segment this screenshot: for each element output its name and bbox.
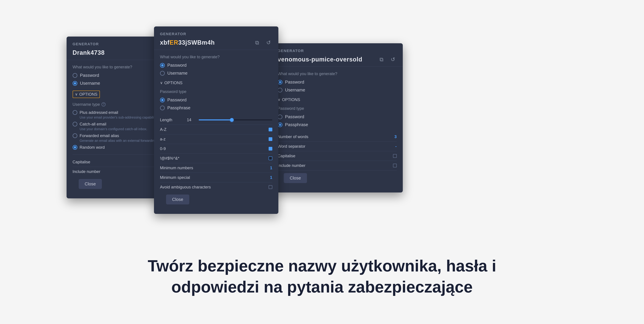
- card3-password-type-text: Password type: [278, 106, 304, 111]
- card2-min-special-label: Minimum special: [160, 175, 190, 180]
- card2-radio-username-label: Username: [168, 71, 188, 76]
- card2-type-passphrase-label: Passphrase: [168, 105, 190, 110]
- card1-info-icon[interactable]: ?: [102, 102, 106, 106]
- card2-special-label: !@#$%^&*: [160, 156, 180, 161]
- card2-password-type-section: Password type Password Passphrase: [160, 89, 272, 110]
- card2-type-passphrase-circle: [160, 106, 165, 110]
- card2-icons: ⧉ ↺: [254, 39, 272, 46]
- card1-plus-email-radio: [72, 110, 77, 115]
- card3-type-passphrase-label: Passphrase: [285, 122, 308, 127]
- generator-card-3: GENERATOR venomous-pumice-oversold ⧉ ↺ W…: [272, 43, 403, 193]
- card3-radio-username[interactable]: Username: [278, 87, 397, 93]
- generator-card-2: GENERATOR xbfER33jSWBm4h ⧉ ↺ What would …: [154, 27, 278, 214]
- card3-radio-password-circle: [278, 80, 282, 85]
- card1-options-label: OPTIONS: [79, 92, 98, 97]
- card2-type-password[interactable]: Password: [160, 97, 272, 103]
- card1-include-number-label: Include number: [72, 169, 100, 174]
- card3-capitalise-row: Capitalise: [278, 151, 397, 161]
- card2-header: GENERATOR xbfER33jSWBm4h ⧉ ↺: [154, 27, 278, 50]
- card3-include-number-toggle[interactable]: [393, 164, 397, 168]
- card2-value-row: xbfER33jSWBm4h ⧉ ↺: [160, 39, 272, 46]
- card2-slider-thumb: [230, 118, 234, 122]
- card1-random-word-radio: [72, 145, 77, 150]
- card3-options-label: OPTIONS: [282, 97, 300, 102]
- card2-az-toggle[interactable]: [269, 128, 272, 131]
- card3-radio-password-label: Password: [285, 79, 304, 85]
- card2-password-type-group: Password Passphrase: [160, 97, 272, 110]
- card2-length-value: 14: [187, 117, 195, 122]
- card1-capitalise-label: Capitalise: [72, 160, 90, 164]
- card2-password-type-label-text: Password type: [160, 89, 272, 94]
- card2-refresh-icon[interactable]: ↺: [265, 39, 272, 46]
- card3-refresh-icon[interactable]: ↺: [389, 56, 397, 63]
- card3-word-sep-row: Word separator -: [278, 142, 397, 151]
- card2-chevron-icon: ∨: [160, 81, 163, 85]
- card2-avoid-ambiguous-row: Avoid ambiguous characters: [160, 182, 272, 192]
- card1-chevron-icon: ∨: [75, 92, 78, 96]
- card1-radio-username-circle: [72, 81, 77, 86]
- card3-radio-username-label: Username: [285, 87, 305, 93]
- card2-radio-username[interactable]: Username: [160, 71, 272, 76]
- card3-password-type-section: Password type Password Passphrase: [278, 106, 397, 127]
- card3-copy-icon[interactable]: ⧉: [378, 56, 385, 63]
- card2-09-row: 0-9: [160, 144, 272, 153]
- card1-value-text: 4738: [90, 49, 105, 56]
- card3-word-sep-value: -: [396, 144, 397, 149]
- card3-include-number-label: Include number: [278, 163, 306, 168]
- card1-plus-email-label: Plus addressed email: [80, 110, 118, 115]
- card2-radio-username-circle: [160, 71, 165, 76]
- card3-type-password-label: Password: [285, 114, 304, 119]
- card2-radio-password[interactable]: Password: [160, 63, 272, 68]
- card1-radio-password-label: Password: [80, 73, 99, 78]
- card2-az-lower-toggle[interactable]: [269, 137, 272, 141]
- card3-label: GENERATOR: [278, 49, 397, 53]
- bottom-text-area: Twórz bezpieczne nazwy użytkownika, hasł…: [53, 247, 591, 297]
- card3-value: venomous-pumice-oversold: [278, 56, 362, 63]
- card1-options-header[interactable]: ∨ OPTIONS: [72, 91, 100, 98]
- card2-radio-password-label: Password: [168, 63, 186, 68]
- card3-type-password[interactable]: Password: [278, 114, 397, 119]
- card3-options-header[interactable]: ∨ OPTIONS: [278, 97, 300, 102]
- card2-min-numbers-value: 1: [270, 166, 272, 170]
- card2-az-lower-row: a-z: [160, 134, 272, 144]
- card3-radio-username-circle: [278, 88, 282, 92]
- card3-icons: ⧉ ↺: [378, 56, 397, 63]
- card2-length-slider[interactable]: [199, 119, 272, 120]
- card2-az-lower-label: a-z: [160, 137, 166, 141]
- card3-password-type-group: Password Passphrase: [278, 114, 397, 127]
- card3-radio-password[interactable]: Password: [278, 79, 397, 85]
- card1-catch-all-radio: [72, 122, 77, 126]
- card3-num-words-row: Number of words 3: [278, 132, 397, 142]
- card3-type-password-circle: [278, 114, 282, 119]
- card2-type-passphrase[interactable]: Passphrase: [160, 105, 272, 110]
- card2-er-highlight: ER: [170, 39, 178, 46]
- card2-min-numbers-label: Minimum numbers: [160, 166, 193, 170]
- card1-forwarded-label: Forwarded email alias: [80, 133, 119, 138]
- card3-type-passphrase-circle: [278, 122, 282, 127]
- card2-min-special-value: 1: [270, 175, 272, 180]
- card2-az-row: A-Z: [160, 125, 272, 134]
- card2-close-button[interactable]: Close: [166, 195, 189, 204]
- card2-avoid-ambiguous-toggle[interactable]: [269, 185, 272, 189]
- card1-radio-username-label: Username: [80, 81, 100, 86]
- card2-type-password-label: Password: [168, 97, 186, 103]
- card3-close-button[interactable]: Close: [284, 173, 307, 183]
- card3-capitalise-toggle[interactable]: [393, 154, 397, 158]
- card2-copy-icon[interactable]: ⧉: [254, 39, 261, 46]
- card1-value: Drank4738: [72, 49, 105, 56]
- card2-options-header[interactable]: ∨ OPTIONS: [160, 80, 182, 85]
- bottom-text-line1: Twórz bezpieczne nazwy użytkownika, hasł…: [148, 257, 496, 275]
- card3-password-type-label-text: Password type: [278, 106, 397, 111]
- card2-label: GENERATOR: [160, 32, 272, 36]
- card1-close-button[interactable]: Close: [79, 179, 102, 189]
- card3-type-passphrase[interactable]: Passphrase: [278, 122, 397, 127]
- card2-value: xbfER33jSWBm4h: [160, 39, 215, 46]
- cards-area: GENERATOR Drank4738 ⧉ ↺ What would you l…: [53, 27, 591, 237]
- card2-09-toggle[interactable]: [269, 147, 272, 150]
- card2-type-password-circle: [160, 98, 165, 102]
- bottom-text-heading: Twórz bezpieczne nazwy użytkownika, hasł…: [66, 255, 578, 297]
- card2-special-toggle[interactable]: [269, 156, 272, 160]
- card2-generate-label: What would you like to generate?: [160, 55, 272, 59]
- card1-forwarded-radio: [72, 133, 77, 138]
- card3-header: GENERATOR venomous-pumice-oversold ⧉ ↺: [272, 43, 403, 67]
